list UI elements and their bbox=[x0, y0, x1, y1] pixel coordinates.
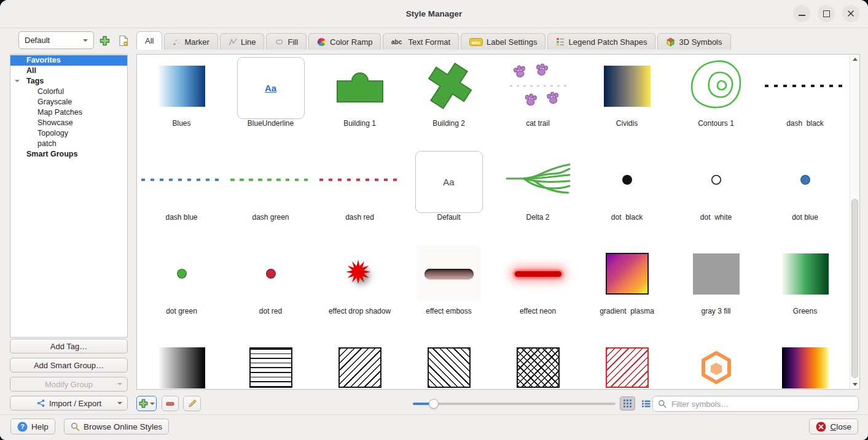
tab-label: Text Format bbox=[408, 37, 450, 47]
sidebar-item-smart-groups[interactable]: Smart Groups bbox=[10, 149, 127, 160]
symbol-card-building-2[interactable]: Building 2 bbox=[404, 55, 493, 149]
symbol-card-dot-green[interactable]: dot green bbox=[137, 242, 226, 336]
button-label: Add Smart Group… bbox=[34, 361, 104, 370]
add-tag-button[interactable]: Add Tag… bbox=[10, 339, 128, 353]
symbol-card-dash-black[interactable]: dash black bbox=[760, 55, 850, 149]
help-button[interactable]: ? Help bbox=[10, 419, 55, 434]
remove-item-button[interactable] bbox=[162, 396, 179, 411]
symbol-card-dash-green[interactable]: dash green bbox=[226, 149, 315, 242]
grid-view-button[interactable] bbox=[620, 396, 635, 411]
sidebar-item-grayscale[interactable]: Grayscale bbox=[10, 97, 127, 107]
tab-all[interactable]: All bbox=[136, 31, 162, 50]
sidebar-item-favorites[interactable]: Favorites bbox=[10, 55, 127, 66]
symbol-card-effect-emboss[interactable]: effect emboss bbox=[404, 242, 493, 336]
new-style-database-button[interactable] bbox=[116, 33, 131, 48]
window-title: Style Manager bbox=[0, 0, 868, 28]
style-database-select[interactable]: Default bbox=[18, 31, 94, 49]
symbol-card-gray-3-fill[interactable]: gray 3 fill bbox=[671, 242, 760, 336]
tab-label-settings[interactable]: abcLabel Settings bbox=[461, 33, 545, 50]
list-view-button[interactable] bbox=[638, 396, 654, 411]
tab-3d-symbols[interactable]: 3D Symbols bbox=[657, 33, 730, 50]
tab-line[interactable]: Line bbox=[220, 33, 265, 50]
symbol-card-delta-2[interactable]: Delta 2 bbox=[493, 149, 582, 242]
expander-icon[interactable] bbox=[15, 80, 20, 82]
button-label: Add Tag… bbox=[50, 342, 87, 351]
symbol-card-item[interactable] bbox=[671, 336, 760, 390]
gradient-symbol-preview bbox=[582, 55, 671, 117]
minimize-button[interactable] bbox=[793, 5, 810, 22]
hatch-h-symbol-preview bbox=[226, 336, 315, 390]
svg-text:abc: abc bbox=[391, 39, 402, 45]
symbol-card-default[interactable]: AaDefault bbox=[404, 149, 493, 242]
sidebar-item-topology[interactable]: Topology bbox=[10, 128, 127, 139]
search-icon bbox=[658, 399, 667, 408]
tab-marker[interactable]: Marker bbox=[164, 33, 217, 50]
vertical-scrollbar[interactable] bbox=[850, 55, 859, 389]
symbol-card-item[interactable] bbox=[582, 336, 671, 390]
filter-symbols-field[interactable] bbox=[652, 396, 859, 412]
tab-text-format[interactable]: abcText Format bbox=[383, 33, 459, 50]
symbol-card-dot-blue[interactable]: dot blue bbox=[760, 149, 850, 242]
symbol-card-item[interactable] bbox=[315, 336, 404, 390]
browse-online-styles-button[interactable]: Browse Online Styles bbox=[64, 419, 169, 434]
sidebar-item-showcase[interactable]: Showcase bbox=[10, 118, 127, 128]
symbol-card-item[interactable] bbox=[493, 336, 582, 390]
label-settings-icon: abc bbox=[469, 38, 483, 46]
sidebar-item-all[interactable]: All bbox=[10, 66, 127, 76]
delta-symbol-preview bbox=[493, 149, 582, 211]
gradient-symbol-preview bbox=[137, 55, 226, 117]
symbol-card-building-1[interactable]: Building 1 bbox=[315, 55, 404, 149]
symbol-card-cividis[interactable]: Cividis bbox=[582, 55, 671, 149]
add-smart-group-button[interactable]: Add Smart Group… bbox=[10, 358, 128, 372]
edit-item-button[interactable] bbox=[183, 396, 201, 411]
scroll-down-arrow-icon[interactable] bbox=[853, 383, 858, 386]
tab-color-ramp[interactable]: Color Ramp bbox=[308, 33, 381, 50]
import-export-button[interactable]: Import / Export bbox=[10, 396, 128, 411]
symbol-card-blues[interactable]: Blues bbox=[137, 55, 226, 149]
symbol-label: dash red bbox=[345, 213, 374, 222]
symbol-card-dot-black[interactable]: dot black bbox=[582, 149, 671, 242]
sidebar-item-tags[interactable]: Tags bbox=[10, 76, 127, 87]
symbol-card-dot-red[interactable]: dot red bbox=[226, 242, 315, 336]
sidebar-item-colorful[interactable]: Colorful bbox=[10, 87, 127, 97]
line-icon bbox=[229, 38, 237, 46]
symbol-card-cat-trail[interactable]: cat trail bbox=[493, 55, 582, 149]
tab-fill[interactable]: Fill bbox=[266, 33, 307, 50]
maximize-icon bbox=[823, 10, 830, 17]
symbol-card-item[interactable] bbox=[226, 336, 315, 390]
symbol-card-greens[interactable]: Greens bbox=[760, 242, 850, 336]
sidebar-item-label: Map Patches bbox=[37, 108, 82, 117]
symbol-card-blueunderline[interactable]: AaBlueUnderline bbox=[226, 55, 315, 149]
symbol-card-dot-white[interactable]: dot white bbox=[671, 149, 760, 242]
scroll-up-arrow-icon[interactable] bbox=[853, 58, 858, 61]
symbol-card-contours-1[interactable]: Contours 1 bbox=[671, 55, 760, 149]
chevron-down-icon bbox=[117, 383, 122, 385]
symbol-label: dot white bbox=[700, 213, 732, 222]
neon-symbol-preview bbox=[493, 242, 582, 305]
symbol-card-item[interactable] bbox=[760, 336, 850, 390]
close-button[interactable]: Close bbox=[809, 419, 858, 434]
slider-track[interactable] bbox=[413, 403, 616, 405]
add-item-button[interactable] bbox=[136, 396, 157, 411]
slider-handle[interactable] bbox=[429, 399, 439, 409]
dash-symbol-preview bbox=[315, 149, 404, 211]
sidebar-item-patch[interactable]: patch bbox=[10, 139, 127, 149]
symbol-size-slider[interactable] bbox=[413, 399, 616, 409]
add-style-database-button[interactable] bbox=[97, 33, 112, 48]
maximize-button[interactable] bbox=[818, 5, 835, 22]
symbol-card-gradient-plasma[interactable]: gradient plasma bbox=[582, 242, 671, 336]
symbol-card-item[interactable] bbox=[137, 336, 226, 390]
symbol-card-item[interactable] bbox=[404, 336, 493, 390]
symbol-label: cat trail bbox=[526, 119, 550, 128]
symbol-card-effect-drop-shadow[interactable]: effect drop shadow bbox=[315, 242, 404, 336]
filter-symbols-input[interactable] bbox=[670, 399, 845, 409]
pencil-icon bbox=[187, 399, 197, 409]
symbol-card-dash-red[interactable]: dash red bbox=[315, 149, 404, 242]
symbol-card-effect-neon[interactable]: effect neon bbox=[493, 242, 582, 336]
scrollbar-thumb[interactable] bbox=[851, 199, 858, 378]
sidebar-item-map-patches[interactable]: Map Patches bbox=[10, 107, 127, 118]
button-label: Import / Export bbox=[49, 399, 101, 408]
symbol-card-dash-blue[interactable]: dash blue bbox=[137, 149, 226, 242]
tab-legend-patch-shapes[interactable]: Legend Patch Shapes bbox=[547, 33, 655, 50]
close-window-button[interactable] bbox=[842, 5, 859, 22]
